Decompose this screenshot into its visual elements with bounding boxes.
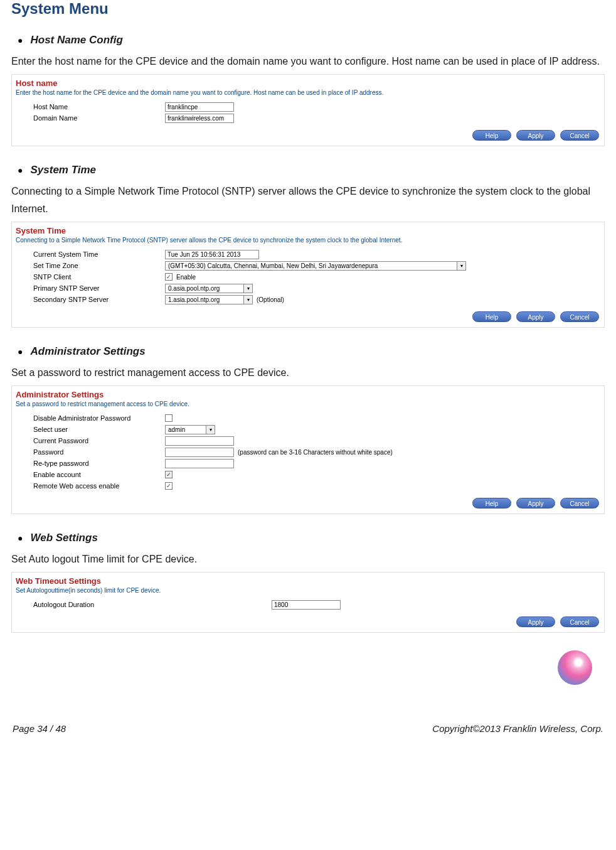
apply-button[interactable]: Apply xyxy=(516,616,555,627)
panel-title-systime: System Time xyxy=(12,222,604,235)
text-enable: Enable xyxy=(176,274,196,281)
cancel-button[interactable]: Cancel xyxy=(560,311,599,322)
footer-copyright: Copyright©2013 Franklin Wireless, Corp. xyxy=(432,723,603,734)
label-autologout: Autologout Duration xyxy=(33,601,272,608)
heading-admin-text: Administrator Settings xyxy=(30,345,145,358)
section-web: Web Settings Set Auto logout Time limit … xyxy=(11,532,605,633)
checkbox-remote-web[interactable]: ✓ xyxy=(165,482,173,490)
input-domain-name[interactable] xyxy=(165,114,234,123)
label-secondary-sntp: Secondary SNTP Server xyxy=(33,296,165,303)
select-secondary-sntp-value: 1.asia.pool.ntp.org xyxy=(166,296,243,304)
heading-systime: System Time xyxy=(18,164,605,176)
help-button[interactable]: Help xyxy=(472,311,511,322)
hint-password: (password can be 3-16 Characters without… xyxy=(238,449,393,456)
logo xyxy=(11,650,605,688)
heading-admin: Administrator Settings xyxy=(18,345,605,358)
franklin-logo-icon xyxy=(558,650,592,685)
label-primary-sntp: Primary SNTP Server xyxy=(33,284,165,292)
chevron-down-icon: ▾ xyxy=(243,296,252,304)
apply-button[interactable]: Apply xyxy=(516,311,555,322)
panel-title-admin: Administrator Settings xyxy=(12,386,604,399)
checkbox-disable-pw[interactable] xyxy=(165,414,173,422)
apply-button[interactable]: Apply xyxy=(516,130,555,141)
body-web: Set Auto logout Time limit for CPE devic… xyxy=(11,551,605,568)
label-domain-name: Domain Name xyxy=(33,114,165,122)
label-disable-pw: Disable Administrator Password xyxy=(33,414,165,422)
label-remote-web: Remote Web access enable xyxy=(33,482,165,490)
input-retype-password[interactable] xyxy=(165,459,234,468)
panel-title-hostname: Host name xyxy=(12,75,604,88)
panel-desc-hostname: Enter the host name for the CPE device a… xyxy=(12,88,604,100)
panel-hostname: Host name Enter the host name for the CP… xyxy=(11,74,605,146)
input-password[interactable] xyxy=(165,448,234,457)
body-systime: Connecting to a Simple Network Time Prot… xyxy=(11,183,605,218)
checkbox-sntp-client[interactable]: ✓ xyxy=(165,273,173,281)
select-timezone[interactable]: (GMT+05:30) Calcutta, Chennai, Mumbai, N… xyxy=(165,261,466,271)
footer: Page 34 / 48 Copyright©2013 Franklin Wir… xyxy=(11,719,605,738)
panel-systime: System Time Connecting to a Simple Netwo… xyxy=(11,222,605,328)
label-sntp-client: SNTP Client xyxy=(33,273,165,281)
panel-desc-systime: Connecting to a Simple Network Time Prot… xyxy=(12,235,604,247)
page-title: System Menu xyxy=(11,0,605,18)
input-autologout[interactable] xyxy=(272,600,341,610)
body-hostname: Enter the host name for the CPE device a… xyxy=(11,53,605,70)
select-timezone-value: (GMT+05:30) Calcutta, Chennai, Mumbai, N… xyxy=(166,262,457,270)
input-current-time xyxy=(165,250,259,259)
label-current-time: Current System Time xyxy=(33,250,165,258)
chevron-down-icon: ▾ xyxy=(206,426,215,434)
label-current-pw: Current Password xyxy=(33,437,165,444)
heading-systime-text: System Time xyxy=(30,164,96,176)
cancel-button[interactable]: Cancel xyxy=(560,130,599,141)
select-primary-sntp[interactable]: 0.asia.pool.ntp.org ▾ xyxy=(165,284,253,293)
input-host-name[interactable] xyxy=(165,102,234,112)
section-hostname: Host Name Config Enter the host name for… xyxy=(11,34,605,146)
heading-web: Web Settings xyxy=(18,532,605,544)
section-admin: Administrator Settings Set a password to… xyxy=(11,345,605,514)
heading-hostname-text: Host Name Config xyxy=(30,34,122,46)
label-enable-account: Enable account xyxy=(33,471,165,478)
panel-desc-web: Set Autologouttime(in seconds) limit for… xyxy=(12,586,604,598)
footer-page: Page 34 / 48 xyxy=(13,723,66,734)
heading-hostname: Host Name Config xyxy=(18,34,605,46)
chevron-down-icon: ▾ xyxy=(243,284,252,293)
panel-title-web: Web Timeout Settings xyxy=(12,573,604,586)
select-secondary-sntp[interactable]: 1.asia.pool.ntp.org ▾ xyxy=(165,295,253,304)
cancel-button[interactable]: Cancel xyxy=(560,498,599,508)
cancel-button[interactable]: Cancel xyxy=(560,616,599,627)
panel-web: Web Timeout Settings Set Autologouttime(… xyxy=(11,572,605,633)
chevron-down-icon: ▾ xyxy=(457,262,465,270)
checkbox-enable-account[interactable]: ✓ xyxy=(165,471,173,478)
heading-web-text: Web Settings xyxy=(30,532,97,544)
label-password: Password xyxy=(33,448,165,456)
label-timezone: Set Time Zone xyxy=(33,262,165,269)
section-systime: System Time Connecting to a Simple Netwo… xyxy=(11,164,605,328)
select-primary-sntp-value: 0.asia.pool.ntp.org xyxy=(166,284,243,293)
help-button[interactable]: Help xyxy=(472,130,511,141)
label-host-name: Host Name xyxy=(33,103,165,110)
label-select-user: Select user xyxy=(33,426,165,433)
text-optional: (Optional) xyxy=(257,296,284,303)
body-admin: Set a password to restrict management ac… xyxy=(11,364,605,382)
panel-admin: Administrator Settings Set a password to… xyxy=(11,385,605,514)
select-user-value: admin xyxy=(166,426,206,434)
select-user[interactable]: admin ▾ xyxy=(165,425,215,434)
help-button[interactable]: Help xyxy=(472,498,511,508)
label-retype-password: Re-type password xyxy=(33,460,165,467)
panel-desc-admin: Set a password to restrict management ac… xyxy=(12,399,604,411)
apply-button[interactable]: Apply xyxy=(516,498,555,508)
input-current-password[interactable] xyxy=(165,436,234,446)
